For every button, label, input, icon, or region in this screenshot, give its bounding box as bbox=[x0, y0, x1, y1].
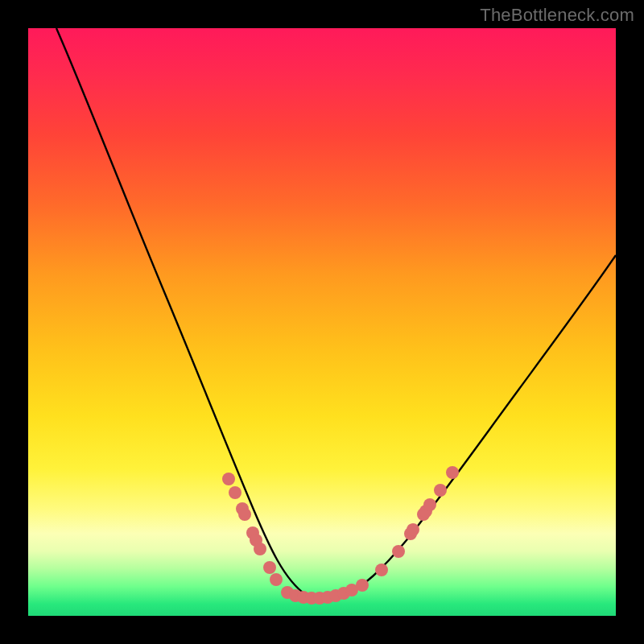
svg-point-18 bbox=[356, 579, 369, 592]
svg-point-8 bbox=[270, 573, 283, 586]
svg-point-3 bbox=[238, 508, 251, 521]
svg-point-19 bbox=[375, 564, 388, 576]
svg-point-7 bbox=[263, 561, 276, 574]
svg-point-27 bbox=[446, 466, 459, 479]
watermark-text: TheBottleneck.com bbox=[480, 5, 634, 26]
svg-point-20 bbox=[392, 545, 405, 558]
svg-point-0 bbox=[222, 473, 235, 485]
svg-point-25 bbox=[423, 498, 436, 511]
svg-point-26 bbox=[434, 484, 447, 497]
svg-point-22 bbox=[407, 523, 419, 536]
outer-frame: TheBottleneck.com bbox=[0, 0, 644, 644]
plot-area bbox=[28, 28, 616, 616]
chart-svg bbox=[28, 28, 616, 616]
svg-point-6 bbox=[254, 543, 266, 555]
svg-point-1 bbox=[229, 486, 242, 499]
curve-dots bbox=[222, 466, 459, 605]
bottleneck-curve bbox=[56, 28, 616, 599]
